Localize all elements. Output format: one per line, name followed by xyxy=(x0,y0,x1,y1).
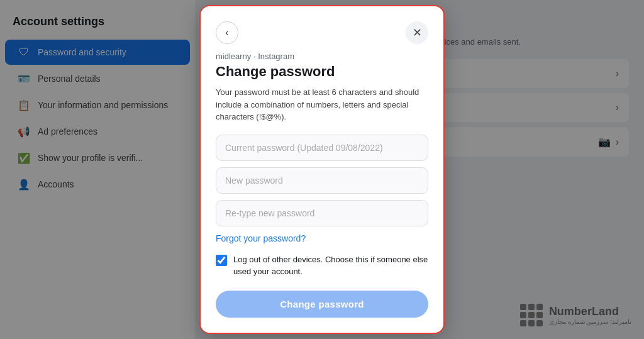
modal-title: Change password xyxy=(216,64,428,80)
retype-password-input[interactable] xyxy=(216,200,428,226)
modal-backdrop: ‹ ✕ midlearny · Instagram Change passwor… xyxy=(0,0,644,339)
modal-description: Your password must be at least 6 charact… xyxy=(216,86,428,123)
modal-close-button[interactable]: ✕ xyxy=(406,21,428,44)
modal-nav: ‹ ✕ xyxy=(216,21,428,44)
main-layout: Account settings 🛡 Password and security… xyxy=(0,0,644,339)
modal-back-button[interactable]: ‹ xyxy=(216,21,238,44)
logout-checkbox-row: Log out of other devices. Choose this if… xyxy=(216,253,428,278)
logout-checkbox-label: Log out of other devices. Choose this if… xyxy=(233,253,428,278)
forgot-password-link[interactable]: Forgot your password? xyxy=(216,233,306,243)
back-icon: ‹ xyxy=(225,27,228,38)
modal-source: midlearny · Instagram xyxy=(216,52,428,61)
logout-checkbox[interactable] xyxy=(216,255,227,266)
change-password-button[interactable]: Change password xyxy=(216,291,428,318)
current-password-input[interactable] xyxy=(216,135,428,161)
close-icon: ✕ xyxy=(413,26,422,40)
change-password-modal: ‹ ✕ midlearny · Instagram Change passwor… xyxy=(199,5,445,334)
new-password-input[interactable] xyxy=(216,167,428,194)
